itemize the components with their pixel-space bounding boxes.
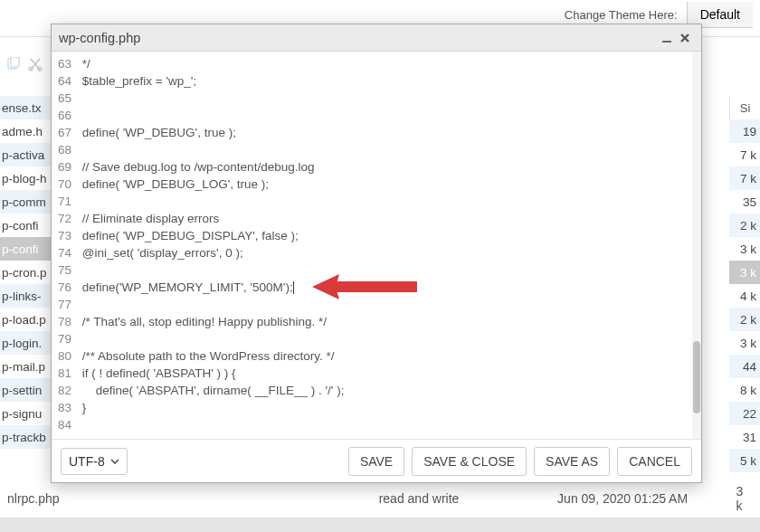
file-row[interactable]: p-confi (0, 237, 51, 261)
close-icon[interactable] (676, 29, 694, 47)
file-row[interactable]: adme.h (0, 119, 51, 143)
size-cell: 19 (729, 119, 760, 143)
save-as-button[interactable]: SAVE AS (534, 447, 610, 476)
size-cell: 35 (729, 190, 760, 214)
code-editor[interactable]: 6364656667686970717273747576777879808182… (52, 52, 701, 439)
file-row[interactable]: p-login. (0, 331, 51, 355)
file-detail-row: nlrpc.php read and write Jun 09, 2020 01… (0, 487, 760, 510)
status-bar (0, 518, 760, 532)
size-cell: 31 (729, 425, 760, 449)
file-row[interactable]: p-links- (0, 284, 51, 308)
size-cell: 7 k (729, 166, 760, 190)
file-row[interactable]: p-confi (0, 214, 51, 237)
encoding-select[interactable]: UTF-8 (61, 448, 128, 475)
file-row[interactable]: p-activa (0, 143, 51, 166)
size-cell: 8 k (729, 378, 760, 402)
change-theme-label: Change Theme Here: (565, 8, 678, 22)
size-cell: 3 k (729, 261, 760, 284)
file-row[interactable]: p-comm (0, 190, 51, 214)
size-cell: 44 (729, 355, 760, 378)
save-button[interactable]: SAVE (348, 447, 404, 476)
encoding-value: UTF-8 (69, 454, 105, 469)
minimize-icon[interactable] (658, 29, 676, 47)
size-cell: 2 k (729, 308, 760, 331)
file-row[interactable]: p-blog-h (0, 166, 51, 190)
size-cell: 3 k (729, 237, 760, 261)
size-cell: 4 k (729, 284, 760, 308)
file-row[interactable]: p-mail.p (0, 355, 51, 378)
cancel-button[interactable]: CANCEL (617, 447, 692, 476)
editor-dialog: wp-config.php 63646566676869707172737475… (51, 24, 702, 483)
file-row[interactable]: p-cron.p (0, 261, 51, 284)
line-gutter: 6364656667686970717273747576777879808182… (52, 52, 77, 439)
file-row[interactable]: p-trackb (0, 425, 51, 449)
size-cell: 3 k (729, 331, 760, 355)
cut-icon[interactable] (25, 54, 45, 74)
svg-rect-1 (11, 57, 19, 67)
save-and-close-button[interactable]: SAVE & CLOSE (412, 447, 527, 476)
size-cell: 5 k (729, 449, 760, 472)
size-cell: 7 k (729, 143, 760, 166)
footer-permissions: read and write (379, 491, 557, 506)
editor-titlebar[interactable]: wp-config.php (52, 24, 701, 52)
scrollbar-thumb[interactable] (693, 341, 700, 413)
footer-file-name: nlrpc.php (7, 491, 379, 506)
file-list: ense.txadme.hp-activap-blog-hp-commp-con… (0, 96, 51, 449)
chevron-down-icon (110, 454, 119, 469)
file-row[interactable]: p-load.p (0, 308, 51, 331)
editor-title: wp-config.php (59, 31, 140, 45)
size-cell: 22 (729, 402, 760, 425)
size-column-header[interactable]: Si (729, 96, 760, 119)
footer-date: Jun 09, 2020 01:25 AM (557, 491, 736, 506)
copy-icon[interactable] (4, 54, 24, 74)
code-content[interactable]: */ $table_prefix = 'wp_'; define( 'WP_DE… (79, 52, 687, 433)
vertical-scrollbar[interactable] (692, 52, 701, 439)
footer-size: 3 k (736, 484, 760, 513)
file-row[interactable]: p-signu (0, 402, 51, 425)
size-cell: 2 k (729, 214, 760, 237)
size-column: 197 k7 k352 k3 k3 k4 k2 k3 k448 k22315 k (729, 119, 760, 472)
svg-rect-4 (662, 41, 671, 43)
file-row[interactable]: ense.tx (0, 96, 51, 119)
file-row[interactable]: p-settin (0, 378, 51, 402)
